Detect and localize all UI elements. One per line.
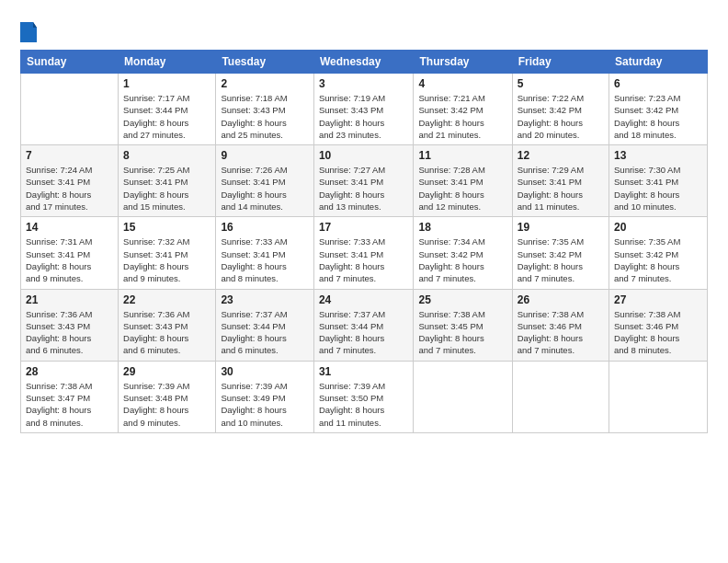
calendar-cell: 12Sunrise: 7:29 AM Sunset: 3:41 PM Dayli… (512, 145, 609, 217)
day-info: Sunrise: 7:35 AM Sunset: 3:42 PM Dayligh… (518, 236, 604, 284)
day-number: 17 (319, 221, 409, 234)
day-number: 27 (614, 293, 702, 306)
day-info: Sunrise: 7:21 AM Sunset: 3:42 PM Dayligh… (418, 92, 506, 141)
calendar-cell: 14Sunrise: 7:31 AM Sunset: 3:41 PM Dayli… (21, 217, 119, 289)
day-info: Sunrise: 7:25 AM Sunset: 3:41 PM Dayligh… (123, 164, 210, 213)
calendar-cell: 30Sunrise: 7:39 AM Sunset: 3:49 PM Dayli… (216, 361, 314, 432)
day-info: Sunrise: 7:33 AM Sunset: 3:41 PM Dayligh… (221, 236, 309, 284)
day-info: Sunrise: 7:39 AM Sunset: 3:50 PM Dayligh… (319, 380, 409, 429)
calendar-cell: 25Sunrise: 7:38 AM Sunset: 3:45 PM Dayli… (414, 289, 512, 361)
calendar-cell: 6Sunrise: 7:23 AM Sunset: 3:42 PM Daylig… (609, 74, 708, 145)
day-number: 21 (26, 293, 113, 306)
calendar-cell: 23Sunrise: 7:37 AM Sunset: 3:44 PM Dayli… (216, 289, 314, 361)
day-info: Sunrise: 7:36 AM Sunset: 3:43 PM Dayligh… (26, 308, 113, 357)
day-number: 28 (26, 365, 113, 378)
day-info: Sunrise: 7:38 AM Sunset: 3:47 PM Dayligh… (26, 380, 113, 429)
day-info: Sunrise: 7:27 AM Sunset: 3:41 PM Dayligh… (319, 164, 409, 213)
day-number: 8 (123, 149, 210, 162)
svg-marker-1 (33, 22, 37, 28)
calendar-cell: 10Sunrise: 7:27 AM Sunset: 3:41 PM Dayli… (313, 145, 414, 217)
page: SundayMondayTuesdayWednesdayThursdayFrid… (0, 0, 728, 563)
day-info: Sunrise: 7:32 AM Sunset: 3:41 PM Dayligh… (123, 236, 210, 284)
day-number: 20 (614, 221, 702, 234)
calendar-cell: 13Sunrise: 7:30 AM Sunset: 3:41 PM Dayli… (609, 145, 708, 217)
day-number: 11 (418, 149, 506, 162)
calendar-cell: 16Sunrise: 7:33 AM Sunset: 3:41 PM Dayli… (216, 217, 314, 289)
day-number: 14 (26, 221, 113, 234)
calendar-cell (21, 74, 119, 145)
day-info: Sunrise: 7:17 AM Sunset: 3:44 PM Dayligh… (123, 92, 210, 141)
day-info: Sunrise: 7:30 AM Sunset: 3:41 PM Dayligh… (614, 164, 702, 213)
day-info: Sunrise: 7:38 AM Sunset: 3:46 PM Dayligh… (518, 308, 604, 357)
calendar-cell: 22Sunrise: 7:36 AM Sunset: 3:43 PM Dayli… (119, 289, 216, 361)
weekday-header: Friday (512, 51, 609, 74)
calendar-cell: 5Sunrise: 7:22 AM Sunset: 3:42 PM Daylig… (512, 74, 609, 145)
day-info: Sunrise: 7:38 AM Sunset: 3:46 PM Dayligh… (614, 308, 702, 357)
logo (20, 20, 40, 42)
day-number: 26 (518, 293, 604, 306)
day-info: Sunrise: 7:28 AM Sunset: 3:41 PM Dayligh… (418, 164, 506, 213)
day-info: Sunrise: 7:18 AM Sunset: 3:43 PM Dayligh… (221, 92, 309, 141)
day-number: 1 (123, 77, 210, 90)
day-number: 9 (221, 149, 309, 162)
calendar-cell (512, 361, 609, 432)
day-number: 29 (123, 365, 210, 378)
day-number: 25 (418, 293, 506, 306)
day-info: Sunrise: 7:39 AM Sunset: 3:48 PM Dayligh… (123, 380, 210, 429)
calendar-cell: 3Sunrise: 7:19 AM Sunset: 3:43 PM Daylig… (313, 74, 414, 145)
calendar-cell: 1Sunrise: 7:17 AM Sunset: 3:44 PM Daylig… (119, 74, 216, 145)
weekday-header: Tuesday (216, 51, 314, 74)
calendar-week: 7Sunrise: 7:24 AM Sunset: 3:41 PM Daylig… (21, 145, 708, 217)
day-info: Sunrise: 7:37 AM Sunset: 3:44 PM Dayligh… (319, 308, 409, 357)
day-info: Sunrise: 7:23 AM Sunset: 3:42 PM Dayligh… (614, 92, 702, 141)
day-number: 10 (319, 149, 409, 162)
calendar-cell: 28Sunrise: 7:38 AM Sunset: 3:47 PM Dayli… (21, 361, 119, 432)
header (20, 17, 708, 42)
day-info: Sunrise: 7:37 AM Sunset: 3:44 PM Dayligh… (221, 308, 309, 357)
day-number: 16 (221, 221, 309, 234)
calendar-cell: 20Sunrise: 7:35 AM Sunset: 3:42 PM Dayli… (609, 217, 708, 289)
day-number: 3 (319, 77, 409, 90)
calendar-cell: 8Sunrise: 7:25 AM Sunset: 3:41 PM Daylig… (119, 145, 216, 217)
day-info: Sunrise: 7:22 AM Sunset: 3:42 PM Dayligh… (518, 92, 604, 141)
calendar-week: 21Sunrise: 7:36 AM Sunset: 3:43 PM Dayli… (21, 289, 708, 361)
calendar-week: 14Sunrise: 7:31 AM Sunset: 3:41 PM Dayli… (21, 217, 708, 289)
weekday-header: Saturday (609, 51, 708, 74)
day-number: 31 (319, 365, 409, 378)
day-info: Sunrise: 7:26 AM Sunset: 3:41 PM Dayligh… (221, 164, 309, 213)
calendar-table: SundayMondayTuesdayWednesdayThursdayFrid… (20, 50, 708, 433)
day-info: Sunrise: 7:34 AM Sunset: 3:42 PM Dayligh… (418, 236, 506, 284)
day-number: 30 (221, 365, 309, 378)
calendar-cell (609, 361, 708, 432)
weekday-header: Thursday (414, 51, 512, 74)
day-info: Sunrise: 7:36 AM Sunset: 3:43 PM Dayligh… (123, 308, 210, 357)
calendar-cell: 29Sunrise: 7:39 AM Sunset: 3:48 PM Dayli… (119, 361, 216, 432)
day-info: Sunrise: 7:38 AM Sunset: 3:45 PM Dayligh… (418, 308, 506, 357)
logo-icon (20, 22, 37, 42)
day-number: 22 (123, 293, 210, 306)
calendar-cell: 7Sunrise: 7:24 AM Sunset: 3:41 PM Daylig… (21, 145, 119, 217)
weekday-header: Sunday (21, 51, 119, 74)
day-number: 7 (26, 149, 113, 162)
calendar-cell (414, 361, 512, 432)
header-row: SundayMondayTuesdayWednesdayThursdayFrid… (21, 51, 708, 74)
day-number: 23 (221, 293, 309, 306)
calendar-cell: 2Sunrise: 7:18 AM Sunset: 3:43 PM Daylig… (216, 74, 314, 145)
day-info: Sunrise: 7:19 AM Sunset: 3:43 PM Dayligh… (319, 92, 409, 141)
weekday-header: Monday (119, 51, 216, 74)
calendar-week: 28Sunrise: 7:38 AM Sunset: 3:47 PM Dayli… (21, 361, 708, 432)
calendar-cell: 9Sunrise: 7:26 AM Sunset: 3:41 PM Daylig… (216, 145, 314, 217)
day-number: 13 (614, 149, 702, 162)
day-number: 15 (123, 221, 210, 234)
day-info: Sunrise: 7:29 AM Sunset: 3:41 PM Dayligh… (518, 164, 604, 213)
calendar-cell: 31Sunrise: 7:39 AM Sunset: 3:50 PM Dayli… (313, 361, 414, 432)
day-number: 24 (319, 293, 409, 306)
day-info: Sunrise: 7:39 AM Sunset: 3:49 PM Dayligh… (221, 380, 309, 429)
day-info: Sunrise: 7:35 AM Sunset: 3:42 PM Dayligh… (614, 236, 702, 284)
calendar-cell: 27Sunrise: 7:38 AM Sunset: 3:46 PM Dayli… (609, 289, 708, 361)
day-number: 12 (518, 149, 604, 162)
day-number: 4 (418, 77, 506, 90)
day-number: 18 (418, 221, 506, 234)
calendar-cell: 4Sunrise: 7:21 AM Sunset: 3:42 PM Daylig… (414, 74, 512, 145)
calendar-cell: 11Sunrise: 7:28 AM Sunset: 3:41 PM Dayli… (414, 145, 512, 217)
